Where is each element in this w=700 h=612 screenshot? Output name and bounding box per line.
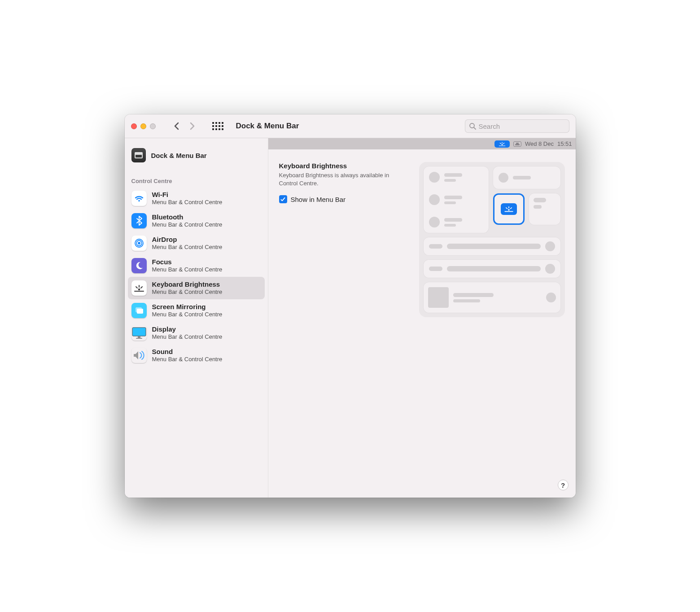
sidebar-item-sub: Menu Bar & Control Centre <box>152 221 223 228</box>
sidebar-item-keyboard-brightness[interactable]: Keyboard Brightness Menu Bar & Control C… <box>128 277 265 299</box>
svg-line-19 <box>503 143 504 144</box>
preview-keyboard-brightness-tile <box>493 193 525 225</box>
dock-icon <box>131 148 146 162</box>
preview-display-slider <box>424 237 560 255</box>
sidebar-item-label: Sound <box>152 348 223 355</box>
svg-point-2 <box>138 200 140 202</box>
svg-rect-13 <box>132 328 146 336</box>
sidebar-item-bluetooth[interactable]: Bluetooth Menu Bar & Control Centre <box>128 210 265 232</box>
show-in-menu-bar-row[interactable]: Show in Menu Bar <box>279 195 409 203</box>
preview-focus-box <box>493 166 560 189</box>
menubar-time: 15:51 <box>557 140 572 147</box>
sidebar-item-sub: Menu Bar & Control Centre <box>152 199 223 206</box>
svg-line-9 <box>141 287 142 288</box>
sidebar-item-sub: Menu Bar & Control Centre <box>152 311 223 318</box>
preview-sound-slider <box>424 260 560 278</box>
toolbar: Dock & Menu Bar Search <box>125 114 576 138</box>
keyboard-brightness-icon <box>131 280 147 296</box>
svg-line-24 <box>510 208 512 209</box>
wifi-icon <box>131 191 147 206</box>
sidebar-item-sub: Menu Bar & Control Centre <box>152 356 223 363</box>
sidebar-item-dock-menu-bar[interactable]: Dock & Menu Bar <box>128 144 265 166</box>
show-in-menu-bar-checkbox[interactable] <box>279 195 287 203</box>
show-in-menu-bar-label: Show in Menu Bar <box>291 196 346 203</box>
close-window-button[interactable] <box>131 123 137 129</box>
back-button[interactable] <box>174 122 179 130</box>
settings-column: Keyboard Brightness Keyboard Brightness … <box>279 162 409 317</box>
sidebar-item-label: Display <box>152 325 223 333</box>
detail-pane: Wed 8 Dec 15:51 Keyboard Brightness Keyb… <box>268 138 576 498</box>
window-title: Dock & Menu Bar <box>236 122 299 131</box>
svg-rect-15 <box>136 338 142 339</box>
preview-now-playing <box>424 282 560 313</box>
sidebar-item-airdrop[interactable]: AirDrop Menu Bar & Control Centre <box>128 232 265 254</box>
nav-arrows <box>174 122 195 130</box>
sidebar-item-sub: Menu Bar & Control Centre <box>152 266 223 273</box>
svg-line-18 <box>500 143 501 144</box>
minimize-window-button[interactable] <box>140 123 146 129</box>
sidebar-item-sound[interactable]: Sound Menu Bar & Control Centre <box>128 344 265 367</box>
control-centre-preview <box>419 162 565 317</box>
sidebar-item-wifi[interactable]: Wi-Fi Menu Bar & Control Centre <box>128 187 265 210</box>
help-button[interactable]: ? <box>558 480 569 490</box>
keyboard-brightness-icon <box>501 203 517 215</box>
sidebar-item-label: Focus <box>152 258 223 266</box>
search-placeholder: Search <box>479 122 500 130</box>
sidebar-item-label: Screen Mirroring <box>152 303 223 310</box>
svg-rect-14 <box>138 336 140 338</box>
focus-icon <box>131 258 147 273</box>
sidebar-item-label: Keyboard Brightness <box>152 280 223 288</box>
sidebar-item-sub: Menu Bar & Control Centre <box>152 333 223 341</box>
menubar-preview: Wed 8 Dec 15:51 <box>268 138 576 149</box>
system-preferences-window: Dock & Menu Bar Search Dock & Menu Bar C… <box>125 114 576 498</box>
svg-line-23 <box>506 208 507 209</box>
airdrop-icon <box>131 236 147 251</box>
detail-description: Keyboard Brightness is always available … <box>279 171 409 187</box>
sidebar-item-screen-mirroring[interactable]: Screen Mirroring Menu Bar & Control Cent… <box>128 299 265 322</box>
svg-point-6 <box>138 289 140 290</box>
preview-connectivity-box <box>424 166 489 233</box>
bluetooth-icon <box>131 213 147 228</box>
sidebar-item-label: Bluetooth <box>152 213 223 221</box>
sidebar-item-label: Dock & Menu Bar <box>151 152 207 159</box>
show-all-prefs-button[interactable] <box>212 122 223 130</box>
sound-icon <box>131 348 147 363</box>
svg-rect-12 <box>137 309 143 314</box>
sidebar-item-display[interactable]: Display Menu Bar & Control Centre <box>128 322 265 344</box>
window-controls <box>131 123 156 129</box>
menubar-keyboard-brightness-icon[interactable] <box>494 140 510 148</box>
svg-point-16 <box>502 144 503 145</box>
display-icon <box>131 325 147 341</box>
sidebar-item-sub: Menu Bar & Control Centre <box>152 289 223 296</box>
search-icon <box>469 122 476 130</box>
svg-point-3 <box>138 242 140 245</box>
menubar-control-centre-icon[interactable] <box>513 141 521 147</box>
svg-line-1 <box>474 127 476 129</box>
sidebar-item-focus[interactable]: Focus Menu Bar & Control Centre <box>128 254 265 277</box>
sidebar-section-header: Control Centre <box>128 166 265 187</box>
zoom-window-button[interactable] <box>150 123 156 129</box>
screen-mirroring-icon <box>131 303 147 318</box>
forward-button <box>190 122 195 130</box>
sidebar-item-label: Wi-Fi <box>152 191 223 198</box>
svg-line-8 <box>136 287 137 288</box>
sidebar: Dock & Menu Bar Control Centre Wi-Fi Men… <box>125 138 268 498</box>
menubar-date: Wed 8 Dec <box>525 140 554 147</box>
detail-heading: Keyboard Brightness <box>279 162 409 170</box>
sidebar-item-label: AirDrop <box>152 236 223 243</box>
search-input[interactable]: Search <box>465 119 569 133</box>
preview-mini-tile <box>529 193 560 225</box>
sidebar-item-sub: Menu Bar & Control Centre <box>152 244 223 251</box>
svg-point-21 <box>508 209 510 211</box>
